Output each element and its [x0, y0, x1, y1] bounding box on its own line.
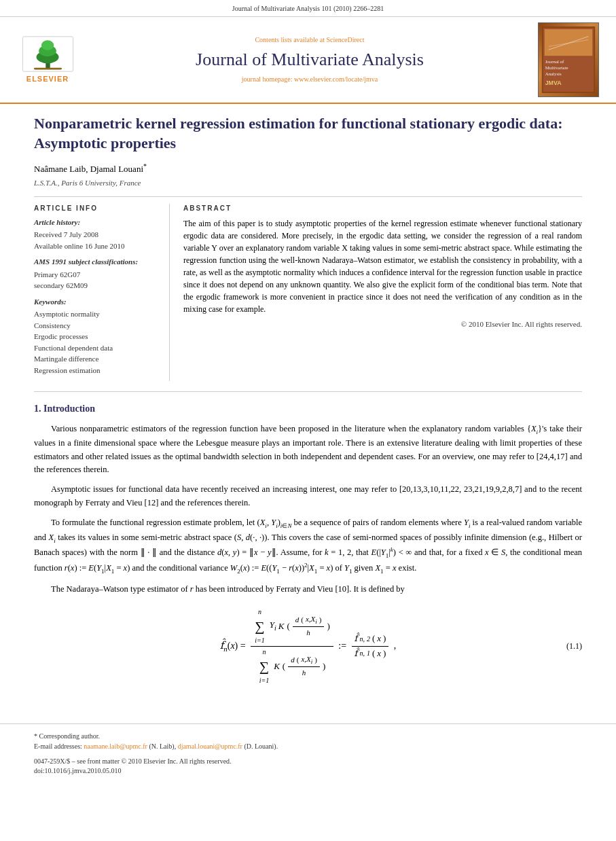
elsevier-logo: ELSEVIER — [14, 35, 81, 84]
doi-line: doi:10.1016/j.jmva.2010.05.010 — [34, 766, 582, 776]
introduction-section: 1. Introduction Various nonparametric es… — [34, 402, 582, 685]
journal-title: Journal of Multivariate Analysis — [88, 48, 531, 72]
intro-paragraph-1: Various nonparametric estimators of the … — [34, 423, 582, 477]
author-names: Naâmane Laib, Djamal Louani* — [34, 164, 147, 174]
top-bar: Journal of Multivariate Analysis 101 (20… — [0, 0, 616, 17]
secondary-class: secondary 62M09 — [34, 280, 159, 291]
intro-paragraph-3: To formulate the functional regression e… — [34, 516, 582, 576]
received-date: Received 7 July 2008 — [34, 229, 159, 240]
ams-section: AMS 1991 subject classifications: Primar… — [34, 257, 159, 291]
formula-1-1: f̂n(x) = n ∑ i=1 Yi K ( d — [34, 607, 582, 686]
keyword-4: Functional dependent data — [34, 342, 159, 354]
two-column-section: ARTICLE INFO Article history: Received 7… — [34, 204, 582, 381]
abstract-text: The aim of this paper is to study asympt… — [183, 217, 582, 315]
journal-citation: Journal of Multivariate Analysis 101 (20… — [232, 5, 384, 12]
ams-label: AMS 1991 subject classifications: — [34, 257, 159, 267]
svg-text:Multivariate: Multivariate — [545, 65, 568, 70]
introduction-heading: 1. Introduction — [34, 402, 582, 416]
page-footer: * Corresponding author. E-mail addresses… — [0, 723, 616, 781]
svg-point-3 — [41, 40, 53, 50]
paper-title: Nonparametric kernel regression estimati… — [34, 114, 582, 153]
footer-issn: 0047-259X/$ – see front matter © 2010 El… — [34, 757, 582, 776]
divider-2 — [34, 391, 582, 392]
keyword-3: Ergodic processes — [34, 331, 159, 342]
jmva-cover-svg: Journal of Multivariate Analysis JMVA — [541, 26, 596, 93]
elsevier-tree-icon — [19, 35, 77, 73]
svg-rect-8 — [545, 29, 593, 56]
history-section: Article history: Received 7 July 2008 Av… — [34, 217, 159, 251]
homepage-url[interactable]: www.elsevier.com/locate/jmva — [294, 75, 378, 83]
available-date: Available online 16 June 2010 — [34, 240, 159, 252]
keyword-6: Regression estimation — [34, 365, 159, 376]
article-info-label: ARTICLE INFO — [34, 204, 159, 213]
elsevier-logo-container: ELSEVIER — [14, 35, 81, 84]
email-laib[interactable]: naamane.laib@upmc.fr — [84, 742, 147, 750]
sciencedirect-label: Contents lists available at ScienceDirec… — [88, 35, 531, 45]
jmva-cover-image: Journal of Multivariate Analysis JMVA — [538, 22, 599, 97]
copyright-notice: © 2010 Elsevier Inc. All rights reserved… — [183, 319, 582, 329]
footnote-corresponding: * Corresponding author. — [34, 731, 582, 741]
keywords-section: Keywords: Asymptotic normality Consisten… — [34, 297, 159, 376]
abstract-label: ABSTRACT — [183, 204, 582, 213]
email-label: E-mail addresses: — [34, 742, 84, 750]
abstract-column: ABSTRACT The aim of this paper is to stu… — [183, 204, 582, 381]
elsevier-wordmark: ELSEVIER — [26, 74, 69, 84]
formula-number: (1.1) — [566, 641, 582, 652]
email-louani[interactable]: djamal.louani@upmc.fr — [178, 742, 242, 750]
intro-paragraph-4: The Nadaraya–Watson type estimator of r … — [34, 583, 582, 596]
svg-text:Analysis: Analysis — [545, 71, 562, 76]
primary-class: Primary 62G07 — [34, 269, 159, 281]
journal-center: Contents lists available at ScienceDirec… — [88, 35, 531, 84]
divider — [34, 196, 582, 197]
authors: Naâmane Laib, Djamal Louani* — [34, 161, 582, 175]
content-area: Nonparametric kernel regression estimati… — [0, 104, 616, 710]
svg-text:JMVA: JMVA — [545, 79, 562, 86]
formula-content: f̂n(x) = n ∑ i=1 Yi K ( d — [220, 607, 397, 686]
keyword-1: Asymptotic normality — [34, 308, 159, 320]
issn-line: 0047-259X/$ – see front matter © 2010 El… — [34, 757, 582, 766]
affiliation: L.S.T.A., Paris 6 University, France — [34, 178, 582, 188]
jmva-cover-container: Journal of Multivariate Analysis JMVA — [538, 22, 602, 97]
svg-text:Journal of: Journal of — [545, 59, 564, 64]
keywords-label: Keywords: — [34, 297, 159, 307]
keyword-2: Consistency — [34, 320, 159, 332]
footnote-email: E-mail addresses: naamane.laib@upmc.fr (… — [34, 741, 582, 751]
journal-homepage: journal homepage: www.elsevier.com/locat… — [88, 75, 531, 84]
article-info-column: ARTICLE INFO Article history: Received 7… — [34, 204, 170, 381]
intro-paragraph-2: Asymptotic issues for functional data ha… — [34, 483, 582, 509]
journal-header: ELSEVIER Contents lists available at Sci… — [0, 17, 616, 104]
svg-rect-4 — [33, 67, 61, 69]
history-label: Article history: — [34, 217, 159, 228]
keyword-5: Martingale difference — [34, 353, 159, 365]
sciencedirect-link-text[interactable]: ScienceDirect — [326, 36, 364, 43]
page: Journal of Multivariate Analysis 101 (20… — [0, 0, 616, 841]
